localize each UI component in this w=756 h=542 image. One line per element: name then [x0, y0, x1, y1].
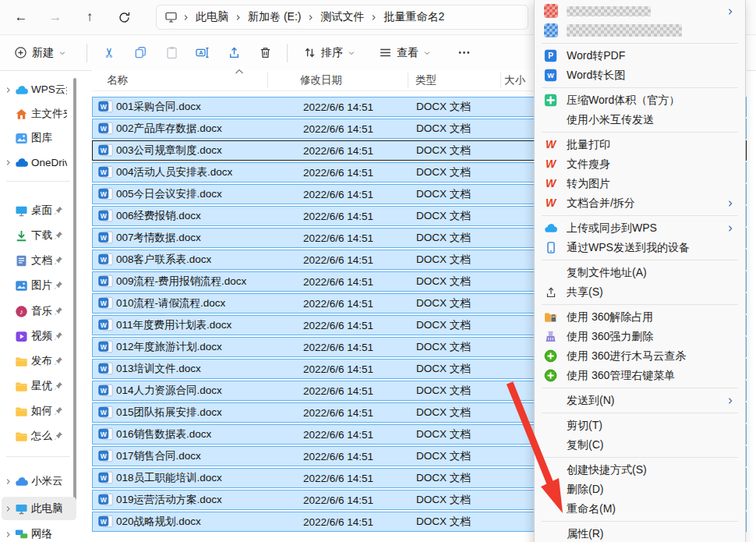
more-options-button[interactable]	[448, 40, 479, 66]
sidebar-item-folder-xingyou[interactable]: 星优	[2, 374, 76, 398]
sidebar-item-videos[interactable]: 视频	[2, 324, 76, 348]
chevron-right-icon[interactable]	[3, 159, 12, 166]
sidebar-item-this-pc[interactable]: 此电脑	[2, 497, 76, 520]
menu-item-share[interactable]: 共享(S)	[537, 282, 743, 302]
menu-item-360-trojan-scan[interactable]: 使用 360进行木马云查杀	[537, 346, 743, 366]
sidebar-item-network[interactable]: 网络	[2, 523, 76, 542]
sidebar-item-mi-cloud[interactable]: 小米云	[2, 469, 76, 493]
compress-badge-icon	[544, 94, 557, 107]
menu-divider	[542, 260, 738, 260]
file-date-modified: 2022/6/6 14:51	[303, 145, 373, 157]
menu-item-copy[interactable]: 复制(C)	[537, 435, 743, 455]
file-name: 010流程-请假流程.docx	[116, 296, 225, 310]
menu-item-360-force-delete[interactable]: 使用 360强力删除	[537, 327, 743, 346]
file-name: 011年度费用计划表.docx	[116, 318, 231, 332]
chevron-right-icon[interactable]	[3, 478, 12, 485]
sidebar-item-label: 小米云	[31, 474, 67, 488]
menu-item-convert-to-image[interactable]: W转为图片	[537, 174, 743, 193]
column-divider[interactable]	[267, 73, 268, 88]
menu-item-delete[interactable]: 删除(D)	[537, 480, 743, 499]
chevron-right-icon[interactable]	[3, 531, 12, 538]
svg-text:W: W	[101, 125, 108, 133]
menu-item-properties[interactable]: 属性(R)	[537, 524, 743, 542]
menu-item-censored-2[interactable]	[537, 21, 743, 41]
sidebar-item-gallery[interactable]: 图库	[2, 126, 76, 150]
sidebar-item-wps-cloud[interactable]: WPS云盘	[2, 78, 76, 101]
menu-item-wps-send-to-device[interactable]: 通过WPS发送到我的设备	[537, 238, 743, 257]
paste-button[interactable]	[156, 40, 187, 66]
cut-button[interactable]: ✂	[94, 40, 125, 66]
new-button[interactable]: 新建	[8, 42, 72, 64]
file-date-modified: 2022/6/6 14:51	[303, 276, 373, 288]
column-divider[interactable]	[408, 73, 408, 88]
column-header-name[interactable]: 名称	[107, 73, 128, 87]
word-file-icon: W	[98, 318, 113, 331]
home-icon	[15, 108, 28, 121]
delete-button[interactable]	[249, 40, 281, 66]
rename-button[interactable]: A	[187, 40, 218, 66]
svg-text:W: W	[101, 474, 108, 482]
menu-item-label: 创建快捷方式(S)	[567, 463, 647, 476]
copy-button[interactable]	[125, 40, 156, 66]
up-button[interactable]: ↑	[76, 5, 103, 30]
menu-divider	[542, 304, 738, 305]
menu-item-label: 复制文件地址(A)	[567, 266, 647, 278]
menu-item-copy-file-address[interactable]: 复制文件地址(A)	[537, 263, 743, 282]
sidebar-item-folder-fabu[interactable]: 发布	[2, 349, 76, 373]
column-header-date-modified[interactable]: 修改日期	[300, 73, 342, 87]
refresh-button[interactable]	[111, 5, 137, 30]
sidebar-item-pictures[interactable]: 图片	[2, 274, 76, 297]
view-button[interactable]: 查看	[373, 42, 437, 64]
sidebar-item-folder-ruhe[interactable]: 如何	[2, 399, 76, 423]
breadcrumb-item[interactable]: 新加卷 (E:)	[243, 9, 306, 26]
back-button[interactable]: ←	[8, 5, 34, 30]
menu-item-create-shortcut[interactable]: 创建快捷方式(S)	[537, 460, 743, 480]
menu-item-360-context-menu-manager[interactable]: 使用 360管理右键菜单	[537, 366, 743, 385]
sidebar-item-downloads[interactable]: 下载	[2, 224, 76, 247]
share-button[interactable]	[218, 40, 249, 66]
submenu-arrow-icon	[726, 193, 734, 213]
wps-logo-icon: W	[544, 158, 557, 171]
folder-icon	[15, 380, 28, 393]
breadcrumb-item[interactable]: 此电脑	[191, 9, 233, 26]
menu-item-batch-print[interactable]: W批量打印	[537, 135, 743, 154]
menu-item-send-to[interactable]: 发送到(N)	[537, 391, 743, 410]
breadcrumb-item[interactable]: 批量重命名2	[379, 9, 449, 26]
menu-item-label: 重命名(M)	[567, 502, 616, 515]
sidebar-item-documents[interactable]: 文档	[2, 249, 76, 272]
menu-item-censored-1[interactable]	[537, 2, 743, 21]
forward-button[interactable]: →	[42, 5, 69, 30]
column-header-type[interactable]: 类型	[415, 73, 436, 87]
menu-item-word-to-pdf[interactable]: PWord转PDF	[537, 46, 743, 66]
sidebar-item-onedrive[interactable]: OneDrive	[2, 151, 76, 174]
menu-item-360-unlock[interactable]: 使用 360解除占用	[537, 307, 743, 327]
menu-item-cut[interactable]: 剪切(T)	[537, 416, 743, 435]
menu-item-upload-sync-wps[interactable]: 上传或同步到WPS	[537, 218, 743, 238]
column-header-size[interactable]: 大小	[504, 73, 525, 87]
breadcrumb-item[interactable]: 测试文件	[316, 9, 369, 26]
menu-item-mi-share-send[interactable]: 使用小米互传发送	[537, 110, 743, 129]
file-type: DOCX 文档	[416, 275, 471, 289]
word-file-icon: W	[98, 449, 113, 462]
sidebar-item-music[interactable]: ♪音乐	[2, 299, 76, 323]
censored-icon	[544, 23, 558, 37]
menu-item-compress-word-size[interactable]: 压缩Word体积（官方）	[537, 90, 743, 110]
menu-item-doc-merge-split[interactable]: W文档合并/拆分	[537, 193, 743, 213]
sidebar-item-folder-zenme[interactable]: 怎么	[2, 424, 76, 448]
pin-icon	[54, 381, 63, 391]
menu-item-label: 使用 360管理右键菜单	[567, 369, 675, 381]
menu-item-rename[interactable]: 重命名(M)	[537, 499, 743, 519]
pin-icon	[54, 331, 63, 341]
chevron-right-icon[interactable]	[3, 505, 12, 512]
menu-item-word-to-long-image[interactable]: WWord转长图	[537, 66, 743, 85]
chevron-right-icon[interactable]	[3, 87, 12, 94]
column-divider[interactable]	[500, 73, 501, 88]
address-bar[interactable]: 此电脑新加卷 (E:)测试文件批量重命名2	[156, 5, 528, 30]
svg-text:W: W	[101, 190, 108, 198]
word-file-icon: W	[98, 187, 113, 200]
sort-button[interactable]: 排序	[297, 42, 362, 64]
sidebar-item-home-folder[interactable]: 主文件夹	[2, 102, 76, 126]
sidebar-item-desktop[interactable]: 桌面	[2, 199, 76, 222]
file-date-modified: 2022/6/6 14:51	[303, 385, 373, 397]
menu-item-file-slim[interactable]: W文件瘦身	[537, 154, 743, 174]
